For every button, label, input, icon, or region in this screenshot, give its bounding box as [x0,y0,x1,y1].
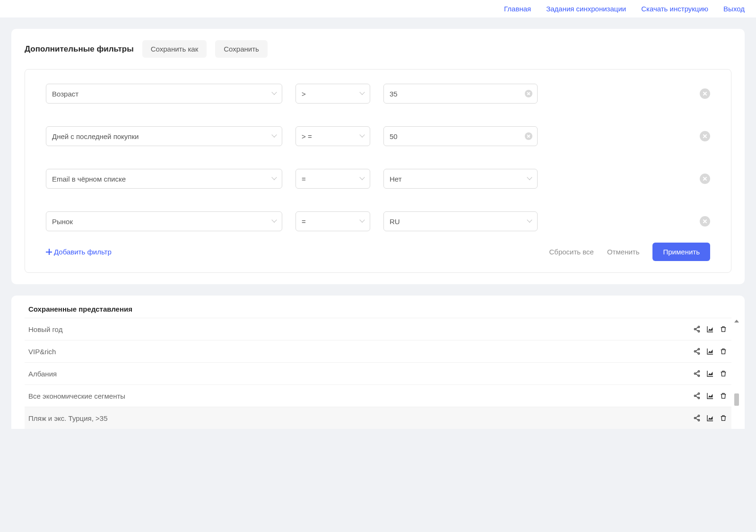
share-icon[interactable] [693,392,701,400]
filter-value-text: Нет [390,175,402,183]
footer-actions: Сбросить все Отменить Применить [549,243,710,261]
filters-title: Дополнительные фильтры [25,44,134,54]
add-filter-label: Добавить фильтр [54,248,112,256]
filter-field-select[interactable]: Дней с последней покупки [46,126,282,146]
saved-view-name: Албания [28,370,693,378]
filter-value-select[interactable]: Нет [383,169,538,189]
filter-row: Email в чёрном списке=Нет [46,169,710,189]
trash-icon[interactable] [719,414,728,422]
filter-operator-value: = [302,218,306,226]
scroll-thumb[interactable] [734,393,739,406]
chart-icon[interactable] [706,347,714,356]
filter-field-value: Email в чёрном списке [52,175,126,183]
trash-icon[interactable] [719,369,728,378]
share-icon[interactable] [693,325,701,333]
saved-view-name: Пляж и экс. Турция, >35 [28,414,693,422]
reset-all-button[interactable]: Сбросить все [549,248,593,256]
filter-operator-value: > [302,90,306,98]
remove-filter-icon[interactable] [700,174,710,184]
chart-icon[interactable] [706,414,714,422]
trash-icon[interactable] [719,347,728,356]
scrollbar[interactable] [732,318,739,429]
filter-field-select[interactable]: Email в чёрном списке [46,169,282,189]
chart-icon[interactable] [706,369,714,378]
filter-row: Возраст> [46,84,710,104]
filter-value-input[interactable] [390,132,531,140]
filter-field-select[interactable]: Возраст [46,84,282,104]
saved-view-item[interactable]: Пляж и экс. Турция, >35 [25,407,731,429]
filter-operator-value: > = [302,132,312,140]
chart-icon[interactable] [706,325,714,333]
clear-input-icon[interactable] [525,90,532,97]
chevron-down-icon [272,134,277,139]
filters-header: Дополнительные фильтры Сохранить как Сох… [25,40,731,58]
saved-view-item[interactable]: VIP&rich [25,340,731,362]
save-as-button[interactable]: Сохранить как [142,40,207,58]
filter-operator-select[interactable]: = [295,211,370,231]
scroll-up-icon[interactable] [734,320,739,323]
saved-view-actions [693,392,728,400]
remove-filter-icon[interactable] [700,131,710,141]
filter-field-select[interactable]: Рынок [46,211,282,231]
clear-input-icon[interactable] [525,132,532,140]
chevron-down-icon [272,219,277,224]
cancel-button[interactable]: Отменить [607,248,640,256]
top-nav: Главная Задания синхронизации Скачать ин… [0,0,756,17]
chevron-down-icon [360,176,365,181]
nav-logout-link[interactable]: Выход [723,5,745,13]
saved-view-item[interactable]: Албания [25,362,731,384]
filter-row: Рынок=RU [46,211,710,231]
nav-download-instruction-link[interactable]: Скачать инструкцию [641,5,708,13]
saved-view-name: Все экономические сегменты [28,392,693,400]
saved-views-title: Сохраненные представления [25,305,731,313]
nav-home-link[interactable]: Главная [504,5,531,13]
apply-button[interactable]: Применить [652,243,710,261]
saved-view-actions [693,369,728,378]
filter-operator-select[interactable]: = [295,169,370,189]
remove-filter-icon[interactable] [700,216,710,227]
chevron-down-icon [360,219,365,224]
share-icon[interactable] [693,347,701,356]
chevron-down-icon [528,176,532,181]
trash-icon[interactable] [719,392,728,400]
filter-operator-value: = [302,175,306,183]
filter-field-value: Рынок [52,218,73,226]
chart-icon[interactable] [706,392,714,400]
chevron-down-icon [360,91,365,96]
filters-footer: Добавить фильтр Сбросить все Отменить Пр… [46,243,710,261]
chevron-down-icon [272,176,277,181]
saved-view-item[interactable]: Все экономические сегменты [25,384,731,407]
share-icon[interactable] [693,369,701,378]
filter-value-select[interactable]: RU [383,211,538,231]
chevron-down-icon [528,219,532,224]
saved-view-name: Новый год [28,325,693,333]
filter-operator-select[interactable]: > = [295,126,370,146]
filters-card: Дополнительные фильтры Сохранить как Сох… [11,29,745,284]
plus-icon [46,249,52,255]
filters-box: Возраст>Дней с последней покупки> =Email… [25,69,731,273]
trash-icon[interactable] [719,325,728,333]
share-icon[interactable] [693,414,701,422]
filter-operator-select[interactable]: > [295,84,370,104]
save-button[interactable]: Сохранить [215,40,268,58]
saved-views-card: Сохраненные представления Новый годVIP&r… [11,296,745,429]
saved-views-list: Новый годVIP&richАлбанияВсе экономически… [25,318,731,429]
chevron-down-icon [272,91,277,96]
filter-field-value: Возраст [52,90,78,98]
filter-row: Дней с последней покупки> = [46,126,710,146]
filter-value-input-wrapper [383,126,538,146]
filter-value-input[interactable] [390,90,531,98]
saved-view-name: VIP&rich [28,348,693,356]
saved-view-item[interactable]: Новый год [25,318,731,340]
filter-value-text: RU [390,218,400,226]
add-filter-button[interactable]: Добавить фильтр [46,248,112,256]
nav-sync-tasks-link[interactable]: Задания синхронизации [546,5,626,13]
remove-filter-icon[interactable] [700,88,710,99]
saved-view-actions [693,325,728,333]
chevron-down-icon [360,134,365,139]
filter-field-value: Дней с последней покупки [52,132,139,140]
filter-value-input-wrapper [383,84,538,104]
saved-view-actions [693,414,728,422]
saved-view-actions [693,347,728,356]
